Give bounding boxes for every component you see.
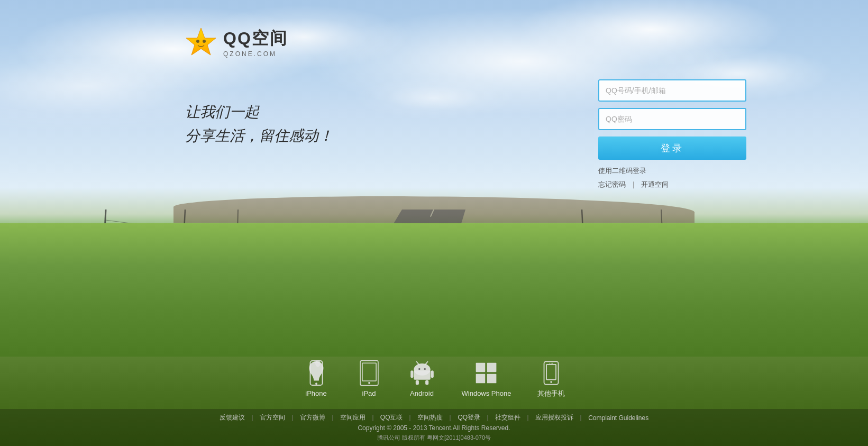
logo-subtitle: QZONE.COM xyxy=(223,50,288,58)
footer-link-login[interactable]: QQ登录 xyxy=(453,413,485,422)
svg-rect-12 xyxy=(313,362,319,363)
svg-point-13 xyxy=(315,383,317,385)
svg-rect-19 xyxy=(415,380,418,385)
svg-line-25 xyxy=(416,362,418,365)
svg-point-33 xyxy=(551,381,553,383)
footer-link-feedback[interactable]: 反馈建议 xyxy=(215,413,249,422)
svg-rect-28 xyxy=(487,363,497,372)
qr-login-link[interactable]: 使用二维码登录 xyxy=(598,166,746,176)
footer-link-weibo[interactable]: 官方微博 xyxy=(296,413,330,422)
svg-marker-7 xyxy=(186,28,216,55)
svg-rect-22 xyxy=(431,370,433,378)
svg-rect-15 xyxy=(362,363,376,381)
login-options: 忘记密码 ｜ 开通空间 xyxy=(598,180,746,189)
footer-link-connect[interactable]: QQ互联 xyxy=(376,413,407,422)
field xyxy=(0,223,868,366)
footer-link-apps[interactable]: 空间应用 xyxy=(336,413,370,422)
svg-point-35 xyxy=(551,363,552,364)
other-phone-label: 其他手机 xyxy=(537,389,565,398)
footer-link-trends[interactable]: 空间热度 xyxy=(413,413,447,422)
logo-star-icon xyxy=(185,26,217,58)
logo-text: QQ空间 QZONE.COM xyxy=(223,27,288,58)
forgot-password-link[interactable]: 忘记密码 xyxy=(598,180,626,189)
tagline-line1: 让我们一起 xyxy=(185,101,333,124)
app-windows-phone[interactable]: Windows Phone xyxy=(462,360,511,398)
options-separator: ｜ xyxy=(630,180,637,189)
svg-point-24 xyxy=(424,368,425,370)
svg-rect-29 xyxy=(476,374,486,384)
tagline-line2: 分享生活，留住感动！ xyxy=(185,124,333,148)
qq-number-input[interactable] xyxy=(598,79,746,102)
logo-title: QQ空间 xyxy=(223,27,288,50)
svg-point-8 xyxy=(196,40,199,43)
iphone-label: iPhone xyxy=(305,389,326,398)
footer-link-official-space[interactable]: 官方空间 xyxy=(255,413,289,422)
svg-rect-32 xyxy=(546,365,556,380)
footer-copyright: Copyright © 2005 - 2013 Tencent.All Righ… xyxy=(358,424,510,432)
svg-rect-27 xyxy=(476,363,486,372)
footer: 反馈建议 ｜ 官方空间 ｜ 官方微博 ｜ 空间应用 ｜ QQ互联 ｜ 空间热度 … xyxy=(0,409,868,446)
other-phone-icon xyxy=(538,360,564,386)
app-ipad[interactable]: iPad xyxy=(356,360,382,398)
login-links: 使用二维码登录 忘记密码 ｜ 开通空间 xyxy=(598,166,746,189)
login-button[interactable]: 登录 xyxy=(598,136,746,160)
iphone-icon xyxy=(303,360,330,386)
svg-rect-21 xyxy=(410,370,413,378)
svg-line-26 xyxy=(425,362,427,365)
svg-rect-30 xyxy=(487,374,497,384)
windows-phone-icon xyxy=(473,360,499,386)
register-link[interactable]: 开通空间 xyxy=(641,180,669,189)
footer-links: 反馈建议 ｜ 官方空间 ｜ 官方微博 ｜ 空间应用 ｜ QQ互联 ｜ 空间热度 … xyxy=(215,413,653,422)
svg-point-23 xyxy=(418,368,420,370)
app-other[interactable]: 其他手机 xyxy=(537,360,565,398)
svg-rect-14 xyxy=(360,361,378,386)
footer-link-complaint[interactable]: 应用授权投诉 xyxy=(531,413,578,422)
logo-area: QQ空间 QZONE.COM xyxy=(185,26,288,58)
svg-point-16 xyxy=(368,382,370,384)
footer-icp: 腾讯公司 版权所有 粤网文[2011]0483-070号 xyxy=(377,434,491,442)
app-iphone[interactable]: iPhone xyxy=(303,360,330,398)
svg-point-9 xyxy=(203,40,206,43)
footer-link-social[interactable]: 社交组件 xyxy=(491,413,525,422)
password-input[interactable] xyxy=(598,108,746,130)
android-label: Android xyxy=(410,389,434,398)
svg-point-36 xyxy=(552,363,553,364)
mobile-apps-section: iPhone iPad xyxy=(303,360,565,398)
ipad-icon xyxy=(356,360,382,386)
svg-rect-20 xyxy=(425,380,428,385)
svg-point-34 xyxy=(550,363,551,364)
svg-rect-18 xyxy=(414,370,430,379)
windows-phone-label: Windows Phone xyxy=(462,389,511,398)
login-form: 登录 使用二维码登录 忘记密码 ｜ 开通空间 xyxy=(598,79,746,189)
footer-link-guidelines[interactable]: Complaint Guidelines xyxy=(584,414,653,422)
android-icon xyxy=(409,360,435,386)
ipad-label: iPad xyxy=(362,389,376,398)
app-android[interactable]: Android xyxy=(409,360,435,398)
tagline: 让我们一起 分享生活，留住感动！ xyxy=(185,101,333,148)
